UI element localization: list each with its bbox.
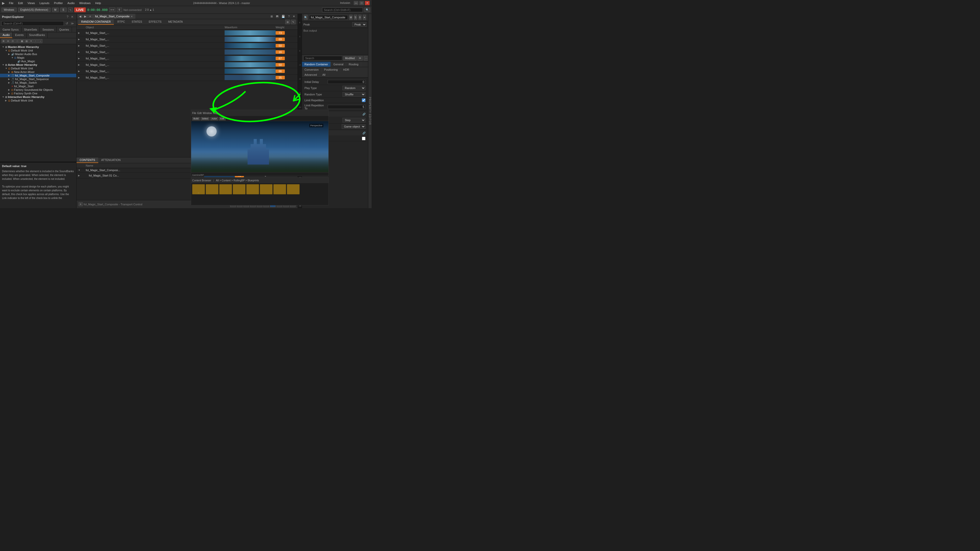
ue-menu-file[interactable]: File [192,112,196,114]
tree-item-fol-magic-start[interactable]: ✕ fol_Magic_Start [0,84,76,88]
prop-subtab-positioning[interactable]: Positioning [321,67,341,72]
wf-row-1[interactable]: ▶ fol_Magic_Start_... 69 [76,36,298,43]
prop-play-mode-select[interactable]: Step Continuous [342,118,366,122]
rc-tab-rtpc[interactable]: RTPC [115,19,128,25]
menu-edit[interactable]: Edit [16,1,25,5]
props-eye-btn[interactable]: 👁 [358,56,363,60]
explorer-search-input[interactable] [2,21,64,26]
peak-type-select[interactable]: Peak RMS [352,22,366,27]
wf-weight-6[interactable]: 66 [275,69,285,73]
tree-icon-6[interactable]: ▤ [24,39,29,43]
tree-item-default-work-unit-1[interactable]: ▼ ⊡ Default Work Unit [0,49,76,52]
rc-tab-states[interactable]: STATES [129,19,145,25]
row-expand-4[interactable]: ▶ [78,57,86,60]
live-button[interactable]: LIVE [74,7,86,12]
tree-icon-3[interactable]: ⊡ [11,39,15,43]
nav-forward-btn[interactable]: ▶ [83,14,88,19]
tree-icon-5[interactable]: ▦ [20,39,24,43]
prop-random-type-select[interactable]: Shuffle Standard [342,92,366,97]
cb-folder-6[interactable] [273,184,286,194]
wf-weight-5[interactable]: 50 [275,63,285,67]
global-search[interactable] [322,8,363,12]
cb-folder-7[interactable] [287,184,300,194]
menu-help[interactable]: Help [93,1,103,5]
m-button[interactable]: M [52,8,59,12]
ue-menu-edit[interactable]: Edit [197,112,202,114]
cb-folder-1[interactable] [206,184,218,194]
cb-folder-5[interactable] [260,184,272,194]
tree-item-fol-magic-switch[interactable]: ▶ 🎵 fol_Magic_Switch [0,81,76,84]
transport-icon[interactable]: ⟷ [109,8,115,12]
bc-row-expand-0[interactable]: ▼ [78,169,86,171]
wf-row-4[interactable]: ▶ fol_Magic_Start_... 67 [76,56,298,62]
wf-weight-2[interactable]: 50 [275,44,285,48]
fullscreen-btn[interactable]: ⊞ [285,20,290,24]
row-expand-1[interactable]: ▶ [78,38,86,41]
tree-icon-1[interactable]: ⊞ [2,39,6,43]
props-close-btn[interactable]: ✕ [363,15,366,20]
ue-edit-btn[interactable]: Edit [219,117,226,121]
prop-loop-enable-checkbox[interactable] [362,137,366,140]
menu-audio[interactable]: Audio [65,1,76,5]
prop-subtab-conversion[interactable]: Conversion [302,67,321,72]
bc-tab-attenuation[interactable]: ATTENUATION [98,157,124,163]
tab-save-btn[interactable]: 💾 [280,14,286,19]
tree-item-fol-magic-start-composite[interactable]: ▶ 🎵 fol_Magic_Start_Composite [0,74,76,77]
menu-windows[interactable]: Windows [77,1,93,5]
tree-item-master-mixer[interactable]: ▼ ⊞ Master-Mixer Hierarchy [0,45,76,49]
tree-icon-2[interactable]: ⊟ [6,39,10,43]
prop-scope-select[interactable]: Game object Global [342,124,366,129]
maximize-btn[interactable]: □ [360,1,364,5]
nav-menu-btn[interactable]: ≡ [88,14,92,18]
menu-file[interactable]: File [7,1,16,5]
row-expand-2[interactable]: ▶ [78,44,86,47]
language-dropdown[interactable]: English(US) (Reference) [18,8,51,12]
wf-row-3[interactable]: ▶ fol_Magic_Start_... 16 [76,49,298,56]
tree-item-factory-synth[interactable]: ▶ ⊡ Factory Synth One [0,92,76,95]
wf-weight-4[interactable]: 67 [275,57,285,60]
loop-link-icon[interactable]: 🔗 [363,132,366,135]
wf-weight-1[interactable]: 69 [275,38,285,41]
tree-item-magic[interactable]: ▼ ⊡ Magic [0,56,76,59]
props-m-btn[interactable]: M [349,15,352,20]
mode-link-icon[interactable]: 🔗 [363,113,366,116]
tab-queries[interactable]: Queries [57,27,72,32]
props-search-input[interactable] [304,56,342,60]
menu-layouts[interactable]: Layouts [38,1,52,5]
tree-icon-4[interactable]: □ [15,39,19,43]
tree-item-master-audio-bus[interactable]: ▶ 🔊 Master Audio Bus [0,52,76,56]
wf-row-0[interactable]: ▶ fol_Magic_Start_... 73 [76,30,298,36]
rc-tab-random[interactable]: RANDOM CONTAINER [78,19,114,25]
bc-tab-contents[interactable]: CONTENTS [76,157,98,163]
cb-folder-3[interactable] [233,184,245,194]
menu-profiler[interactable]: Profiler [52,1,65,5]
tree-item-default-work-unit-3[interactable]: ▶ ⊡ Default Work Unit [0,99,76,102]
nav-back-btn[interactable]: ◀ [78,14,83,19]
bc-row-expand-1[interactable]: ▶ [78,174,86,177]
tree-item-default-work-unit-2[interactable]: ▼ ⊡ Default Work Unit [0,67,76,70]
tree-item-interactive-music[interactable]: ▼ ⊞ Interactive Music Hierarchy [0,95,76,99]
props-name-input[interactable] [309,15,348,20]
close-btn[interactable]: ✕ [365,1,369,5]
prop-limit-rep-checkbox[interactable] [362,98,366,102]
prop-subtab-advanced[interactable]: Advanced [302,72,320,77]
props-num-btn[interactable]: 0 [359,15,362,20]
minimize-btn[interactable]: — [354,1,358,5]
wf-weight-3[interactable]: 16 [275,50,285,54]
row-expand-5[interactable]: ▶ [78,64,86,66]
prop-initial-delay-value[interactable] [328,80,366,84]
tab-game-syncs[interactable]: Game Syncs [0,27,21,32]
search-icon[interactable]: 🔍 [364,8,370,12]
wf-row-6[interactable]: ▶ fol_Magic_Start_... 66 [76,68,298,75]
menu-views[interactable]: Views [25,1,37,5]
modified-btn[interactable]: Modified [343,56,356,60]
wf-row-2[interactable]: ▶ fol_Magic_Start_... 50 [76,43,298,49]
prop-subtab-hdr[interactable]: HDR [340,67,352,72]
prop-play-type-select[interactable]: Random Sequence [342,86,366,90]
help-icon[interactable]: ? [66,15,69,19]
tree-item-fol-magic-sequence[interactable]: ▶ 🎵 fol_Magic_Start_Sequence [0,77,76,81]
row-expand-0[interactable]: ▶ [78,32,86,34]
search-expand-icon[interactable]: ≫ [70,21,75,26]
close-panel-icon[interactable]: ✕ [70,15,74,19]
prop-tab-general[interactable]: General [331,62,346,67]
